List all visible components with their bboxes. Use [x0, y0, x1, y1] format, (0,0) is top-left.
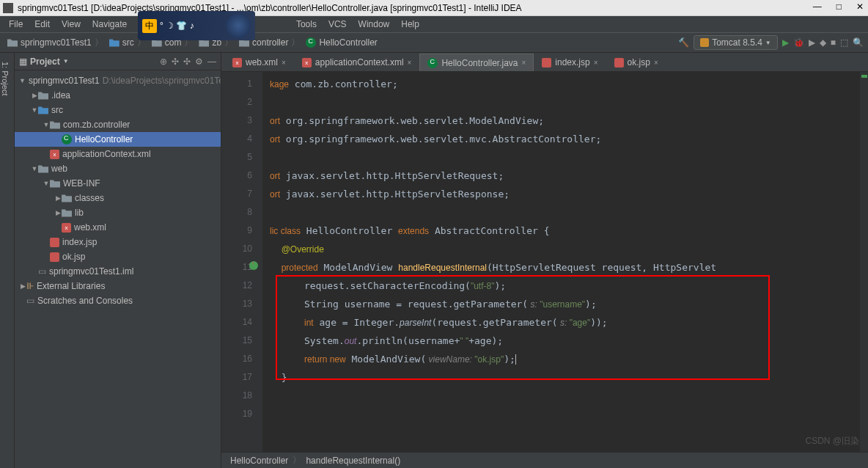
tree-item[interactable]: ▼src: [15, 103, 221, 117]
editor-area: xweb.xml×xapplicationContext.xml×HelloCo…: [221, 53, 868, 468]
editor-tab[interactable]: HelloController.java×: [419, 54, 534, 71]
tree-item[interactable]: ▭springmvc01Test1.iml: [15, 264, 221, 279]
build-icon[interactable]: 🔨: [677, 37, 689, 48]
search-icon[interactable]: 🔍: [853, 37, 864, 48]
app-icon: [3, 3, 13, 13]
tree-item[interactable]: ▶⊪External Libraries: [15, 279, 221, 293]
close-tab-icon[interactable]: ×: [654, 59, 658, 67]
editor-tabs: xweb.xml×xapplicationContext.xml×HelloCo…: [221, 53, 868, 72]
editor-tab[interactable]: xapplicationContext.xml×: [294, 54, 420, 71]
project-toggle-icon[interactable]: ▦: [19, 56, 27, 67]
profile-icon[interactable]: ◆: [820, 37, 826, 48]
coverage-icon[interactable]: ▶: [809, 37, 815, 48]
structure-icon[interactable]: ⬚: [840, 37, 848, 48]
code-editor[interactable]: 12345678910111213141516171819 kage com.z…: [221, 72, 868, 452]
navigation-bar: springmvc01Test1〉 src〉 com〉 zb〉 controll…: [0, 32, 868, 53]
tree-item[interactable]: xweb.xml: [15, 220, 221, 235]
ime-widget[interactable]: 中 ° ☽ 👕 ♪: [138, 11, 255, 40]
editor-tab[interactable]: index.jsp×: [534, 54, 606, 71]
editor-breadcrumb[interactable]: HelloController 〉 handleRequestInternal(…: [221, 452, 868, 468]
hide-icon[interactable]: —: [207, 56, 216, 67]
watermark: CSDN @旧染: [805, 435, 859, 447]
gutter[interactable]: 12345678910111213141516171819: [221, 72, 262, 452]
tree-item[interactable]: ▶.idea: [15, 88, 221, 103]
code-content[interactable]: kage com.zb.controller; ort org.springfr…: [262, 72, 859, 452]
stop-icon[interactable]: ■: [831, 37, 836, 48]
run-config-dropdown[interactable]: Tomcat 8.5.4▼: [694, 35, 778, 50]
crumb-class-name[interactable]: HelloController: [230, 456, 288, 466]
menu-navigate[interactable]: Navigate: [87, 19, 133, 29]
settings-icon[interactable]: ⚙: [195, 56, 203, 67]
close-icon[interactable]: ✕: [856, 1, 864, 12]
ime-badge: 中: [142, 19, 157, 33]
ime-avatar: [226, 13, 251, 38]
tree-item[interactable]: ▶classes: [15, 191, 221, 205]
minimize-icon[interactable]: —: [813, 1, 822, 12]
override-marker-icon[interactable]: [249, 261, 258, 270]
tree-item[interactable]: ▼WEB-INF: [15, 176, 221, 191]
close-tab-icon[interactable]: ×: [594, 59, 598, 67]
tree-item[interactable]: ▶lib: [15, 205, 221, 220]
menu-edit[interactable]: Edit: [29, 19, 56, 29]
project-tree[interactable]: ▼springmvc01Test1D:\ideaProjects\springm…: [15, 70, 221, 468]
error-stripe[interactable]: [859, 72, 868, 452]
tree-item[interactable]: ok.jsp: [15, 249, 221, 264]
tree-item[interactable]: xapplicationContext.xml: [15, 147, 221, 161]
close-tab-icon[interactable]: ×: [522, 59, 526, 67]
tree-item[interactable]: index.jsp: [15, 235, 221, 249]
close-tab-icon[interactable]: ×: [408, 59, 412, 67]
close-tab-icon[interactable]: ×: [282, 59, 286, 67]
menu-file[interactable]: File: [3, 19, 29, 29]
ime-icons: ° ☽ 👕 ♪: [160, 21, 194, 31]
tree-item[interactable]: ▼springmvc01Test1D:\ideaProjects\springm…: [15, 73, 221, 88]
crumb-method-name[interactable]: handleRequestInternal(): [306, 456, 400, 466]
crumb-project[interactable]: springmvc01Test1〉: [4, 37, 106, 49]
tree-item[interactable]: ▭Scratches and Consoles: [15, 293, 221, 308]
run-icon[interactable]: ▶: [782, 37, 789, 48]
editor-tab[interactable]: ok.jsp×: [606, 54, 666, 71]
project-sidebar: ▦ Project ▼ ⊕ ✣ ✣ ⚙ — ▼springmvc01Test1D…: [15, 53, 221, 468]
tool-window-stripe[interactable]: 1: Project: [0, 53, 15, 468]
window-title: springmvc01Test1 [D:\ideaProjects\spring…: [18, 3, 522, 13]
tree-item[interactable]: ▼com.zb.controller: [15, 117, 221, 132]
editor-tab[interactable]: xweb.xml×: [224, 54, 294, 71]
debug-icon[interactable]: 🐞: [793, 37, 804, 48]
tree-item[interactable]: HelloController: [15, 132, 221, 147]
menu-bar: File Edit View Navigate Code Tools VCS W…: [0, 16, 868, 32]
menu-help[interactable]: Help: [395, 19, 425, 29]
menu-tools[interactable]: Tools: [290, 19, 323, 29]
menu-view[interactable]: View: [56, 19, 87, 29]
sidebar-title: Project: [30, 56, 60, 67]
menu-vcs[interactable]: VCS: [323, 19, 353, 29]
collapse-icon[interactable]: ✣: [183, 56, 191, 67]
crumb-class[interactable]: HelloController: [303, 37, 380, 48]
tree-item[interactable]: ▼web: [15, 161, 221, 176]
sidebar-header: ▦ Project ▼ ⊕ ✣ ✣ ⚙ —: [15, 53, 221, 70]
select-opened-icon[interactable]: ⊕: [160, 56, 167, 67]
maximize-icon[interactable]: □: [836, 1, 842, 12]
title-bar: springmvc01Test1 [D:\ideaProjects\spring…: [0, 0, 868, 16]
menu-window[interactable]: Window: [353, 19, 396, 29]
expand-icon[interactable]: ✣: [172, 56, 179, 67]
